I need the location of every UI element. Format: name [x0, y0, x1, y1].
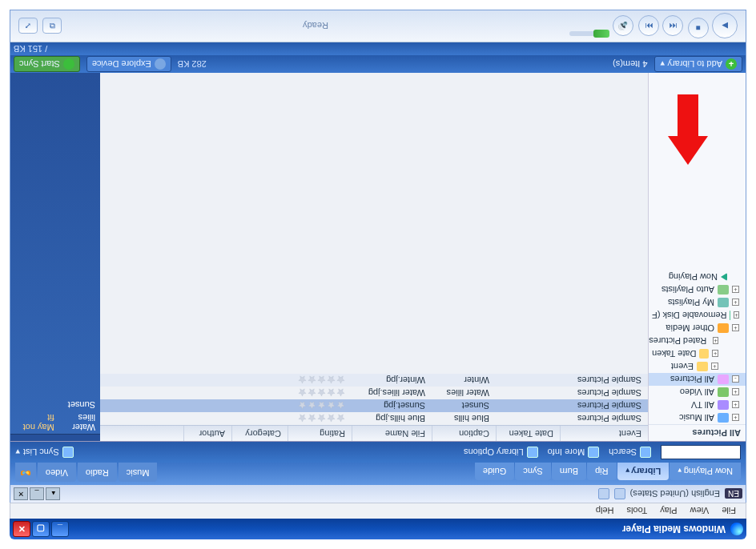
sync-item[interactable]: Sunset — [68, 400, 95, 410]
volume-slider[interactable] — [569, 32, 609, 37]
sidebar-item[interactable]: +All Video — [649, 386, 746, 399]
sidebar-item-label: Removable Disk (F — [652, 311, 727, 320]
tab-row: Now Playing Library Rip Burn Sync Guide … — [10, 463, 746, 485]
tab-radio[interactable]: Radio — [78, 463, 117, 482]
language-tag[interactable]: EN — [725, 489, 742, 499]
folder-icon — [718, 387, 729, 397]
expand-icon[interactable]: + — [732, 402, 739, 409]
sidebar: All Pictures +All Music+All TV+All Video… — [648, 73, 746, 441]
col-event[interactable]: Event — [560, 426, 648, 441]
stop-button[interactable]: ■ — [688, 18, 709, 39]
folder-icon — [718, 323, 729, 333]
sidebar-item-label: Auto Playlists — [662, 285, 714, 295]
cell-rating[interactable] — [288, 415, 352, 423]
tab-video[interactable]: Video — [38, 463, 76, 482]
inner-minimize-button[interactable]: _ — [30, 487, 44, 500]
cell-rating[interactable] — [288, 402, 352, 411]
expand-icon[interactable]: + — [713, 338, 718, 345]
col-file-name[interactable]: File Name — [352, 426, 432, 441]
cell-rating[interactable] — [288, 389, 352, 398]
start-sync-button[interactable]: Start Sync — [14, 56, 80, 72]
sidebar-item[interactable]: +Auto Playlists — [649, 283, 746, 296]
sidebar-item[interactable]: +Date Taken — [649, 347, 746, 360]
expand-icon[interactable]: + — [732, 325, 739, 332]
menu-play[interactable]: Play — [653, 507, 683, 516]
expand-icon[interactable]: + — [732, 415, 739, 422]
expand-icon[interactable]: + — [732, 299, 739, 307]
tray-icon[interactable] — [614, 488, 625, 499]
col-date-taken[interactable]: Date Taken — [496, 426, 560, 441]
star-icon — [317, 389, 326, 398]
fullscreen-button[interactable]: ⤢ — [18, 18, 38, 34]
add-to-library-button[interactable]: +Add to Library ▾ — [654, 56, 742, 72]
expand-icon[interactable]: + — [734, 312, 739, 319]
tab-now-playing[interactable]: Now Playing — [670, 463, 741, 480]
cell-event: Sample Pictures — [560, 414, 648, 423]
search-button[interactable]: Search — [609, 447, 651, 458]
table-row[interactable]: Sample PicturesWater liliesWater lilies.… — [100, 387, 648, 399]
inner-close-button[interactable]: ✕ — [14, 487, 28, 500]
folder-icon — [699, 349, 709, 359]
tab-library[interactable]: Library — [617, 463, 670, 480]
sync-item[interactable]: Water lilies — [54, 413, 95, 432]
menu-file[interactable]: File — [715, 507, 742, 516]
sidebar-item[interactable]: +Other Media — [649, 322, 746, 335]
star-icon — [317, 415, 326, 423]
col-author[interactable]: Author — [183, 426, 231, 441]
sidebar-item[interactable]: +Removable Disk (F — [649, 309, 746, 322]
mute-button[interactable]: 🔊 — [613, 16, 633, 37]
sidebar-item[interactable]: -All Pictures — [649, 373, 746, 386]
library-options-button[interactable]: Library Options — [464, 447, 538, 458]
prev-button[interactable]: ⏮ — [662, 16, 683, 37]
expand-icon[interactable]: + — [732, 389, 739, 396]
expand-icon[interactable]: + — [732, 287, 739, 294]
search-input[interactable] — [661, 445, 741, 459]
explore-device-button[interactable]: Explore Device — [86, 56, 171, 72]
close-button[interactable]: ✕ — [13, 521, 30, 537]
menu-help[interactable]: Help — [589, 507, 621, 516]
table-row[interactable]: Sample PicturesWinterWinter.jpg — [100, 374, 648, 387]
tab-music[interactable]: Music — [119, 463, 158, 482]
col-caption[interactable]: Caption — [432, 426, 496, 441]
msn-butterfly-icon[interactable] — [15, 463, 36, 482]
expand-icon[interactable]: + — [712, 351, 718, 358]
cell-event: Sample Pictures — [560, 401, 648, 411]
sidebar-header: All Pictures — [649, 424, 746, 441]
minimize-button[interactable]: _ — [51, 521, 69, 537]
menu-tools[interactable]: Tools — [621, 507, 654, 516]
star-icon — [336, 376, 345, 385]
view-button[interactable]: ⧉ — [42, 18, 62, 34]
tab-guide[interactable]: Guide — [475, 463, 514, 480]
sidebar-item[interactable]: +All Music — [649, 411, 746, 424]
table-row[interactable]: Sample PicturesSunsetSunset.jpg — [100, 399, 648, 412]
table-row[interactable]: Sample PicturesBlue hillsBlue hills.jpg — [100, 412, 648, 425]
tab-rip[interactable]: Rip — [587, 463, 617, 480]
expand-icon[interactable]: - — [732, 376, 739, 383]
next-button[interactable]: ⏭ — [638, 16, 659, 37]
more-info-button[interactable]: More Info — [548, 447, 599, 458]
menu-view[interactable]: View — [684, 507, 716, 516]
col-rating[interactable]: Rating — [288, 426, 352, 441]
tab-burn[interactable]: Burn — [552, 463, 586, 480]
play-button[interactable]: ▶ — [712, 14, 738, 39]
inner-chevron-button[interactable]: ▴ — [46, 487, 60, 500]
folder-icon — [730, 311, 731, 320]
cell-rating[interactable] — [288, 376, 352, 385]
sidebar-item-label: All Pictures — [670, 375, 714, 384]
titlebar: Windows Media Player _ ▢ ✕ — [10, 519, 746, 539]
sidebar-item[interactable]: +My Playlists — [649, 296, 746, 309]
window-title: Windows Media Player — [69, 523, 726, 535]
sync-list-button[interactable]: Sync List ▾ — [15, 447, 74, 458]
tab-sync[interactable]: Sync — [515, 463, 550, 480]
maximize-button[interactable]: ▢ — [32, 521, 50, 537]
star-icon — [317, 402, 326, 411]
tray-icon[interactable] — [598, 488, 609, 499]
sync-icon — [63, 58, 74, 70]
col-category[interactable]: Category — [231, 426, 288, 441]
sidebar-item[interactable]: Now Playing — [649, 270, 746, 283]
sidebar-item[interactable]: +Event — [649, 360, 746, 373]
expand-icon[interactable]: + — [711, 363, 718, 371]
star-icon — [308, 402, 316, 411]
sidebar-item[interactable]: +Rated Pictures — [649, 335, 746, 347]
sidebar-item[interactable]: +All TV — [649, 399, 746, 411]
